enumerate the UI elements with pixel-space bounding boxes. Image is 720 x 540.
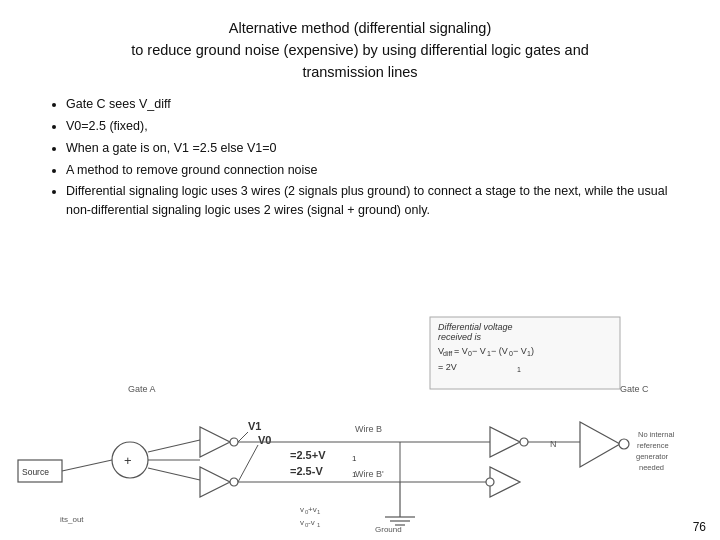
svg-point-62 bbox=[486, 478, 494, 486]
svg-text:-v: -v bbox=[308, 518, 315, 527]
svg-text:Wire B': Wire B' bbox=[355, 469, 384, 479]
svg-point-26 bbox=[230, 478, 238, 486]
svg-line-21 bbox=[148, 440, 200, 452]
svg-text:− V: − V bbox=[472, 346, 486, 356]
bullet-list: Gate C sees V_diff V0=2.5 (fixed), When … bbox=[66, 95, 690, 220]
svg-text:1: 1 bbox=[352, 470, 357, 479]
svg-line-20 bbox=[62, 460, 112, 471]
svg-line-28 bbox=[238, 445, 258, 482]
bullet-4: A method to remove ground connection noi… bbox=[66, 161, 690, 180]
svg-text:Source: Source bbox=[22, 467, 49, 477]
svg-text:): ) bbox=[531, 346, 534, 356]
svg-text:= V: = V bbox=[454, 346, 468, 356]
svg-text:= 2V: = 2V bbox=[438, 362, 457, 372]
svg-text:+v: +v bbox=[308, 505, 317, 514]
formula1-label: =2.5+V bbox=[290, 449, 326, 461]
diagram-area: Differential voltage received is V diff … bbox=[0, 312, 720, 532]
svg-marker-23 bbox=[200, 427, 230, 457]
page-number: 76 bbox=[693, 520, 706, 534]
svg-text:Ground: Ground bbox=[375, 525, 402, 532]
svg-text:reference: reference bbox=[637, 441, 669, 450]
svg-text:v: v bbox=[300, 505, 304, 514]
gate-a-label: Gate A bbox=[128, 384, 156, 394]
svg-text:its_out: its_out bbox=[60, 515, 84, 524]
svg-text:diff: diff bbox=[443, 350, 452, 357]
v1-label: V1 bbox=[248, 420, 261, 432]
bullet-2: V0=2.5 (fixed), bbox=[66, 117, 690, 136]
svg-text:1: 1 bbox=[352, 454, 357, 463]
slide-page: Alternative method (differential signali… bbox=[0, 0, 720, 540]
svg-point-25 bbox=[230, 438, 238, 446]
svg-marker-53 bbox=[580, 422, 620, 467]
svg-text:No internal: No internal bbox=[638, 430, 675, 439]
svg-marker-49 bbox=[490, 427, 520, 457]
title-line-1: Alternative method (differential signali… bbox=[30, 18, 690, 40]
svg-text:Wire B: Wire B bbox=[355, 424, 382, 434]
bullet-1: Gate C sees V_diff bbox=[66, 95, 690, 114]
gate-c-label: Gate C bbox=[620, 384, 649, 394]
svg-line-22 bbox=[148, 468, 200, 480]
svg-text:received is: received is bbox=[438, 332, 482, 342]
bullet-5: Differential signaling logic uses 3 wire… bbox=[66, 182, 690, 220]
svg-text:v: v bbox=[300, 518, 304, 527]
svg-marker-24 bbox=[200, 467, 230, 497]
svg-text:N: N bbox=[550, 439, 557, 449]
svg-text:1: 1 bbox=[317, 509, 321, 515]
v0-label: V0 bbox=[258, 434, 271, 446]
svg-text:generator: generator bbox=[636, 452, 669, 461]
svg-line-27 bbox=[238, 432, 248, 442]
svg-point-54 bbox=[619, 439, 629, 449]
title-line-2: to reduce ground noise (expensive) by us… bbox=[30, 40, 690, 62]
title-block: Alternative method (differential signali… bbox=[30, 18, 690, 83]
svg-text:1: 1 bbox=[317, 522, 321, 528]
title-line-3: transmission lines bbox=[30, 62, 690, 84]
svg-text:needed: needed bbox=[639, 463, 664, 472]
svg-text:− V: − V bbox=[513, 346, 527, 356]
svg-point-51 bbox=[520, 438, 528, 446]
svg-text:+: + bbox=[124, 453, 132, 468]
circuit-diagram: Differential voltage received is V diff … bbox=[0, 312, 720, 532]
formula2-label: =2.5-V bbox=[290, 465, 323, 477]
bullet-3: When a gate is on, V1 =2.5 else V1=0 bbox=[66, 139, 690, 158]
svg-text:− (V: − (V bbox=[491, 346, 508, 356]
svg-text:Differential voltage: Differential voltage bbox=[438, 322, 513, 332]
svg-text:1: 1 bbox=[517, 366, 521, 373]
